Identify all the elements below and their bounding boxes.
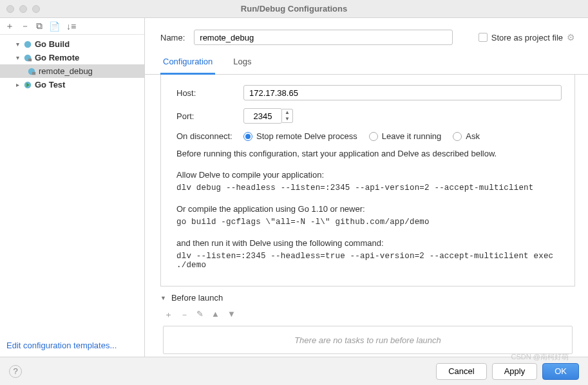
move-down-icon[interactable]: ▼ xyxy=(227,309,236,321)
tree-item-label: remote_debug xyxy=(39,66,93,76)
cancel-button[interactable]: Cancel xyxy=(436,363,486,380)
close-window-icon[interactable] xyxy=(6,5,14,13)
sort-icon[interactable]: ↓≡ xyxy=(66,21,76,32)
radio-label: Leave it running xyxy=(382,131,442,141)
name-label: Name: xyxy=(160,33,185,42)
radio-icon xyxy=(369,132,378,141)
name-input[interactable] xyxy=(194,30,453,45)
tab-logs[interactable]: Logs xyxy=(231,52,254,74)
svg-point-0 xyxy=(24,41,32,48)
stepper-down-icon[interactable]: ▼ xyxy=(282,116,292,122)
remove-icon[interactable]: － xyxy=(21,21,30,32)
store-as-project-label: Store as project file xyxy=(491,33,563,42)
apply-button[interactable]: Apply xyxy=(492,363,538,380)
add-icon[interactable]: ＋ xyxy=(5,21,14,32)
edit-templates-link[interactable]: Edit configuration templates... xyxy=(0,334,144,357)
before-launch-toolbar: ＋ － ✎ ▲ ▼ xyxy=(145,306,588,323)
go-icon xyxy=(23,40,32,49)
help-icon[interactable]: ? xyxy=(9,365,22,378)
tabs: Configuration Logs xyxy=(145,52,588,75)
svg-rect-4 xyxy=(32,71,35,74)
tree-item-label: Go Remote xyxy=(35,53,79,62)
collapse-icon: ▼ xyxy=(160,295,166,301)
tree-item-label: Go Build xyxy=(35,39,70,49)
info-text: Before running this configuration, start… xyxy=(176,149,562,158)
edit-task-icon[interactable]: ✎ xyxy=(196,309,204,321)
before-launch-header[interactable]: ▼ Before launch xyxy=(145,286,588,306)
tree-item-go-build[interactable]: ▾ Go Build xyxy=(0,37,144,51)
empty-text: There are no tasks to run before launch xyxy=(294,335,441,345)
allow-delve-text: Allow Delve to compile your application: xyxy=(176,170,562,180)
gear-icon[interactable]: ⚙ xyxy=(567,32,575,42)
svg-rect-2 xyxy=(28,58,32,61)
titlebar: Run/Debug Configurations xyxy=(0,0,588,18)
then-run-cmd: dlv --listen=:2345 --headless=true --api… xyxy=(176,252,562,270)
before-launch-empty: There are no tasks to run before launch xyxy=(163,326,573,354)
port-input[interactable] xyxy=(243,108,282,124)
radio-label: Ask xyxy=(466,131,480,141)
ok-button[interactable]: OK xyxy=(542,363,579,380)
store-as-project-checkbox[interactable] xyxy=(479,33,488,42)
tree-item-remote-debug[interactable]: remote_debug xyxy=(0,64,144,78)
host-input[interactable] xyxy=(243,85,562,100)
port-label: Port: xyxy=(176,111,238,121)
or-compile-text: Or compile the application using Go 1.10… xyxy=(176,204,562,214)
move-up-icon[interactable]: ▲ xyxy=(211,309,220,321)
then-run-text: and then run it with Delve using the fol… xyxy=(176,238,562,248)
tree-item-go-test[interactable]: ▸ Go Test xyxy=(0,78,144,91)
sidebar: ＋ － ⧉ 📄 ↓≡ ▾ Go Build ▾ Go Remote remote… xyxy=(0,18,145,357)
window-title: Run/Debug Configurations xyxy=(241,4,347,14)
chevron-down-icon: ▾ xyxy=(14,54,21,61)
copy-icon[interactable]: ⧉ xyxy=(36,21,43,32)
or-compile-cmd: go build -gcflags \"all=-N -l\" github.c… xyxy=(176,218,562,227)
radio-stop[interactable]: Stop remote Delve process xyxy=(243,131,357,141)
chevron-down-icon: ▾ xyxy=(14,41,21,48)
tree-item-go-remote[interactable]: ▾ Go Remote xyxy=(0,51,144,64)
go-remote-icon xyxy=(27,67,36,76)
configuration-panel: Host: Port: ▲▼ On disconnect: Stop remot… xyxy=(160,75,575,286)
radio-label: Stop remote Delve process xyxy=(256,131,357,141)
chevron-right-icon: ▸ xyxy=(14,81,21,88)
radio-icon xyxy=(453,132,462,141)
watermark: CSDN @南柯好萌 xyxy=(511,352,569,362)
stepper-up-icon[interactable]: ▲ xyxy=(282,109,292,116)
go-test-icon xyxy=(23,80,32,89)
sidebar-toolbar: ＋ － ⧉ 📄 ↓≡ xyxy=(0,18,144,35)
save-template-icon[interactable]: 📄 xyxy=(49,21,60,32)
window-controls xyxy=(6,5,40,13)
dialog-footer: ? Cancel Apply OK xyxy=(0,357,588,385)
radio-leave[interactable]: Leave it running xyxy=(369,131,442,141)
minimize-window-icon[interactable] xyxy=(19,5,27,13)
before-launch-title: Before launch xyxy=(171,293,223,303)
host-label: Host: xyxy=(176,88,238,98)
config-tree: ▾ Go Build ▾ Go Remote remote_debug ▸ Go… xyxy=(0,35,144,334)
go-remote-icon xyxy=(23,53,32,62)
add-task-icon[interactable]: ＋ xyxy=(164,309,173,321)
tab-configuration[interactable]: Configuration xyxy=(160,52,215,75)
allow-delve-cmd: dlv debug --headless --listen=:2345 --ap… xyxy=(176,183,562,192)
radio-icon xyxy=(243,132,252,141)
port-stepper[interactable]: ▲▼ xyxy=(282,109,293,123)
remove-task-icon[interactable]: － xyxy=(180,309,189,321)
disconnect-label: On disconnect: xyxy=(176,131,238,141)
zoom-window-icon[interactable] xyxy=(32,5,40,13)
tree-item-label: Go Test xyxy=(35,80,65,89)
content-pane: Name: Store as project file ⚙ Configurat… xyxy=(145,18,588,357)
radio-ask[interactable]: Ask xyxy=(453,131,480,141)
